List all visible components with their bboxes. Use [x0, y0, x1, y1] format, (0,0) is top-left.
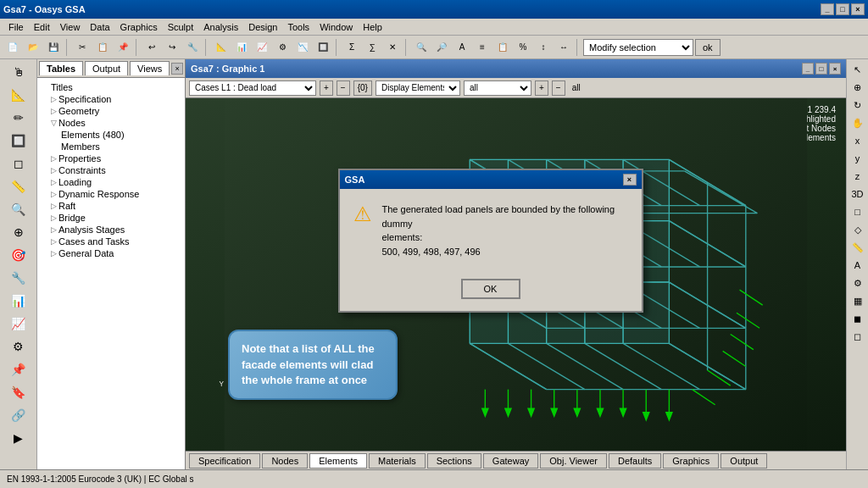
tool-17[interactable]: ↕ [534, 38, 553, 57]
close-button[interactable]: × [851, 3, 865, 15]
tool-6[interactable]: 📉 [293, 38, 312, 57]
tree-elements[interactable]: Elements (480) [37, 129, 185, 141]
tab-tables[interactable]: Tables [39, 61, 83, 75]
tab-output[interactable]: Output [721, 453, 767, 469]
left-icon-7[interactable]: 🔍 [5, 198, 32, 220]
save-button[interactable]: 💾 [44, 38, 63, 57]
tool-1[interactable]: 🔧 [183, 38, 202, 57]
menu-design[interactable]: Design [243, 20, 282, 34]
tab-views[interactable]: Views [130, 61, 170, 75]
selection-mode-select[interactable]: Modify selection [583, 39, 693, 56]
tab-sections[interactable]: Sections [427, 453, 481, 469]
menu-help[interactable]: Help [358, 20, 387, 34]
tree-members[interactable]: Members [37, 141, 185, 152]
left-icon-2[interactable]: 📐 [5, 84, 32, 106]
left-icon-6[interactable]: 📏 [5, 175, 32, 197]
menu-view[interactable]: View [55, 20, 86, 34]
left-icon-5[interactable]: ◻ [5, 152, 32, 175]
menu-tools[interactable]: Tools [282, 20, 314, 34]
tree-bridge[interactable]: ▷ Bridge [37, 212, 185, 224]
right-icon-rotate[interactable]: ↻ [849, 97, 867, 114]
right-icon-label[interactable]: A [849, 257, 867, 274]
left-icon-3[interactable]: ✏ [5, 107, 32, 129]
tab-gateway[interactable]: Gateway [483, 453, 538, 469]
tab-output[interactable]: Output [85, 61, 128, 75]
left-icon-16[interactable]: 🔗 [5, 404, 32, 426]
right-icon-frame[interactable]: □ [849, 203, 867, 220]
tree-nodes[interactable]: ▽ Nodes [37, 117, 185, 129]
tool-18[interactable]: ↔ [554, 38, 573, 57]
left-icon-15[interactable]: 🔖 [5, 381, 32, 403]
tool-8[interactable]: Σ [342, 38, 361, 57]
ok-button[interactable]: ok [695, 39, 721, 56]
gfx-minus-button[interactable]: − [337, 80, 350, 96]
gfx-plus-button[interactable]: + [320, 80, 333, 96]
tool-4[interactable]: 📈 [253, 38, 271, 57]
tool-5[interactable]: ⚙ [273, 38, 292, 57]
tab-elements[interactable]: Elements [309, 453, 367, 469]
right-icon-pan[interactable]: ✋ [849, 114, 867, 131]
gfx-plus-button-2[interactable]: + [535, 80, 548, 96]
right-icon-settings[interactable]: ⚙ [849, 274, 867, 291]
all-select[interactable]: all [464, 80, 531, 96]
right-icon-z[interactable]: z [849, 168, 867, 185]
tree-loading[interactable]: ▷ Loading [37, 176, 185, 188]
tree-properties[interactable]: ▷ Properties [37, 152, 185, 164]
menu-window[interactable]: Window [314, 20, 358, 34]
panel-close-button[interactable]: × [171, 63, 183, 75]
tree-titles[interactable]: Titles [37, 81, 185, 93]
tab-nodes[interactable]: Nodes [262, 453, 308, 469]
tree-analysis-stages[interactable]: ▷ Analysis Stages [37, 224, 185, 236]
right-icon-y[interactable]: y [849, 150, 867, 167]
left-icon-4[interactable]: 🔲 [5, 130, 32, 152]
tool-9[interactable]: ∑ [363, 38, 381, 57]
tree-specification[interactable]: ▷ Specification [37, 93, 185, 105]
gfx-minimize[interactable]: _ [802, 63, 814, 75]
left-icon-12[interactable]: 📈 [5, 313, 32, 335]
left-icon-9[interactable]: 🎯 [5, 244, 32, 266]
redo-button[interactable]: ↪ [163, 38, 181, 57]
gfx-maximize[interactable]: □ [815, 63, 827, 75]
tool-16[interactable]: % [514, 38, 532, 57]
display-select[interactable]: Display Elements [376, 80, 460, 96]
cut-button[interactable]: ✂ [73, 38, 92, 57]
tab-obj-viewer[interactable]: Obj. Viewer [540, 453, 607, 469]
left-icon-1[interactable]: 🖱 [5, 61, 32, 83]
window-controls[interactable]: _ □ × [821, 3, 865, 15]
tool-10[interactable]: ✕ [383, 38, 402, 57]
right-icon-select[interactable]: ◇ [849, 221, 867, 238]
tool-7[interactable]: 🔲 [314, 38, 332, 57]
viewport[interactable]: Scale 1 239.4 Highlighted Coincident Nod… [186, 98, 846, 451]
minimize-button[interactable]: _ [821, 3, 834, 15]
maximize-button[interactable]: □ [836, 3, 849, 15]
case-select[interactable]: Cases L1 : Dead load [189, 80, 316, 96]
tool-2[interactable]: 📐 [212, 38, 231, 57]
tree-geometry[interactable]: ▷ Geometry [37, 105, 185, 117]
tool-14[interactable]: ≡ [473, 38, 492, 57]
right-icon-wire[interactable]: ◻ [849, 328, 867, 345]
menu-analysis[interactable]: Analysis [198, 20, 243, 34]
tool-12[interactable]: 🔎 [432, 38, 451, 57]
tool-3[interactable]: 📊 [232, 38, 251, 57]
left-icon-17[interactable]: ▶ [5, 427, 32, 449]
new-button[interactable]: 📄 [3, 38, 22, 57]
menu-graphics[interactable]: Graphics [115, 20, 163, 34]
gfx-settings-button[interactable]: {0} [353, 80, 372, 96]
right-icon-zoom[interactable]: ⊕ [849, 79, 867, 96]
tree-general-data[interactable]: ▷ General Data [37, 247, 185, 259]
tree-cases-tasks[interactable]: ▷ Cases and Tasks [37, 236, 185, 247]
tab-materials[interactable]: Materials [369, 453, 426, 469]
tool-13[interactable]: A [453, 38, 471, 57]
left-icon-8[interactable]: ⊕ [5, 221, 32, 243]
right-icon-x[interactable]: x [849, 132, 867, 149]
menu-data[interactable]: Data [85, 20, 114, 34]
right-icon-3d[interactable]: 3D [849, 186, 867, 202]
tree-constraints[interactable]: ▷ Constraints [37, 164, 185, 176]
left-icon-10[interactable]: 🔧 [5, 267, 32, 289]
tab-specification[interactable]: Specification [189, 453, 260, 469]
right-icon-cursor[interactable]: ↖ [849, 61, 867, 78]
menu-edit[interactable]: Edit [29, 20, 55, 34]
left-icon-13[interactable]: ⚙ [5, 336, 32, 358]
tree-dynamic-response[interactable]: ▷ Dynamic Response [37, 188, 185, 200]
dialog-ok-button[interactable]: OK [461, 279, 520, 299]
